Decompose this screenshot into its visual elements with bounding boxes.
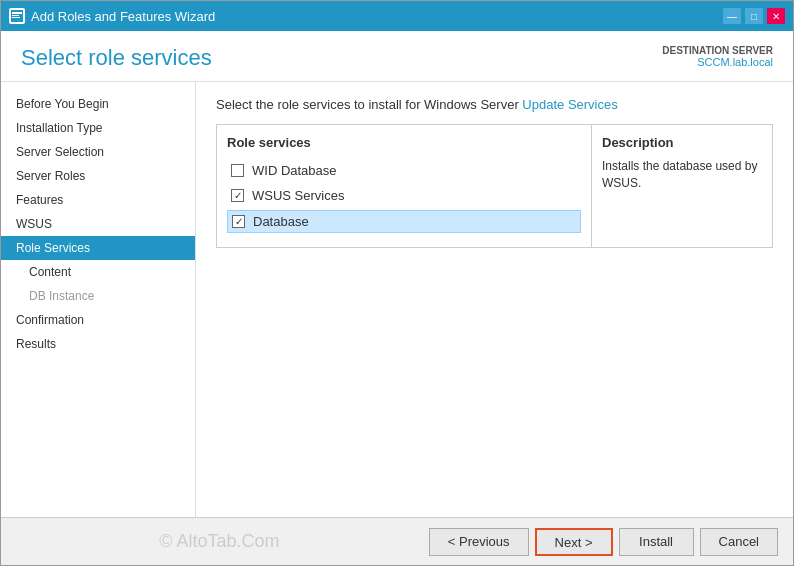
sidebar-item-confirmation[interactable]: Confirmation — [1, 308, 195, 332]
description-text: Installs the database used by WSUS. — [602, 158, 762, 192]
dest-server-name: SCCM.lab.local — [662, 56, 773, 68]
services-list-title: Role services — [227, 135, 581, 150]
sidebar-item-before-you-begin[interactable]: Before You Begin — [1, 92, 195, 116]
dest-server-label: DESTINATION SERVER — [662, 45, 773, 56]
wizard-window: Add Roles and Features Wizard — □ ✕ Sele… — [0, 0, 794, 566]
sidebar-item-features[interactable]: Features — [1, 188, 195, 212]
role-services-panel: Role services WID Database WSUS Services — [216, 124, 773, 248]
content-panel: Select the role services to install for … — [196, 82, 793, 517]
main-body: Before You Begin Installation Type Serve… — [1, 82, 793, 517]
install-button[interactable]: Install — [619, 528, 694, 556]
service-item-wid-database[interactable]: WID Database — [227, 160, 581, 181]
sidebar: Before You Begin Installation Type Serve… — [1, 82, 196, 517]
sidebar-item-role-services[interactable]: Role Services — [1, 236, 195, 260]
minimize-button[interactable]: — — [723, 8, 741, 24]
svg-rect-2 — [12, 15, 19, 16]
title-bar-left: Add Roles and Features Wizard — [9, 8, 215, 24]
wid-database-checkbox[interactable] — [231, 164, 244, 177]
dest-server-info: DESTINATION SERVER SCCM.lab.local — [662, 45, 773, 68]
database-checkbox[interactable] — [232, 215, 245, 228]
svg-rect-1 — [12, 12, 22, 14]
wid-database-label: WID Database — [252, 163, 337, 178]
page-title: Select role services — [21, 45, 212, 71]
page-header: Select role services DESTINATION SERVER … — [1, 31, 793, 82]
sidebar-item-server-selection[interactable]: Server Selection — [1, 140, 195, 164]
sidebar-item-wsus[interactable]: WSUS — [1, 212, 195, 236]
svg-rect-3 — [12, 17, 20, 18]
services-list: Role services WID Database WSUS Services — [217, 125, 592, 247]
intro-text: Select the role services to install for … — [216, 97, 773, 112]
description-title: Description — [602, 135, 762, 150]
title-controls: — □ ✕ — [723, 8, 785, 24]
database-label: Database — [253, 214, 309, 229]
cancel-button[interactable]: Cancel — [700, 528, 778, 556]
window-title: Add Roles and Features Wizard — [31, 9, 215, 24]
watermark: © AltoTab.Com — [16, 531, 423, 552]
sidebar-item-results[interactable]: Results — [1, 332, 195, 356]
previous-button[interactable]: < Previous — [429, 528, 529, 556]
close-button[interactable]: ✕ — [767, 8, 785, 24]
title-bar: Add Roles and Features Wizard — □ ✕ — [1, 1, 793, 31]
wsus-services-label: WSUS Services — [252, 188, 344, 203]
sidebar-item-db-instance: DB Instance — [1, 284, 195, 308]
description-panel: Description Installs the database used b… — [592, 125, 772, 247]
wsus-services-checkbox[interactable] — [231, 189, 244, 202]
sidebar-item-server-roles[interactable]: Server Roles — [1, 164, 195, 188]
wizard-icon — [9, 8, 25, 24]
update-services-link[interactable]: Update Services — [522, 97, 617, 112]
next-button[interactable]: Next > — [535, 528, 613, 556]
service-item-wsus-services[interactable]: WSUS Services — [227, 185, 581, 206]
content-area: Select role services DESTINATION SERVER … — [1, 31, 793, 565]
footer: © AltoTab.Com < Previous Next > Install … — [1, 517, 793, 565]
maximize-button[interactable]: □ — [745, 8, 763, 24]
sidebar-item-content[interactable]: Content — [1, 260, 195, 284]
service-item-database[interactable]: Database — [227, 210, 581, 233]
sidebar-item-installation-type[interactable]: Installation Type — [1, 116, 195, 140]
